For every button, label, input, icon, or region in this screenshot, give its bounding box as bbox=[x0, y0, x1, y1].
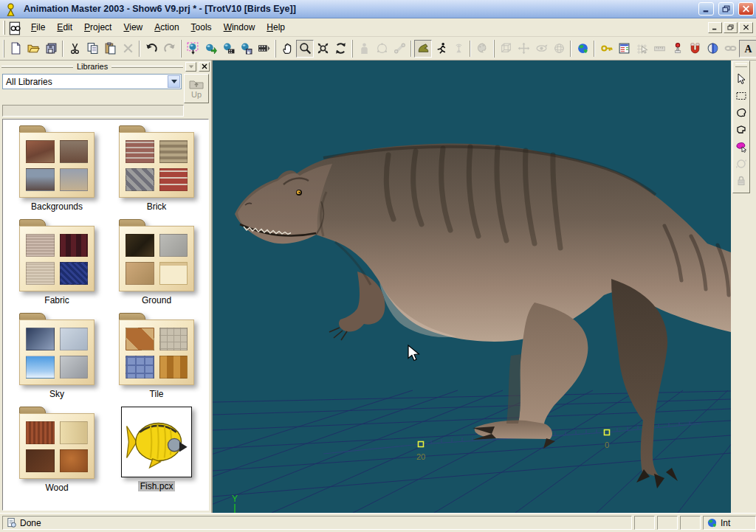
toolbar-grip[interactable] bbox=[351, 40, 353, 58]
menu-view[interactable]: View bbox=[117, 20, 148, 35]
properties-icon[interactable] bbox=[615, 40, 633, 58]
up-folder-button: Up bbox=[184, 74, 209, 103]
viewport[interactable]: 20 0 bbox=[212, 61, 731, 513]
select-arrow-icon[interactable] bbox=[734, 72, 749, 86]
status-message: Done bbox=[20, 518, 41, 528]
rollup-button[interactable] bbox=[185, 62, 196, 72]
library-list: BackgroundsBrickFabricGroundSkyTileWoodF… bbox=[2, 119, 209, 511]
menu-action[interactable]: Action bbox=[148, 20, 185, 35]
library-item-ground[interactable]: Ground bbox=[107, 219, 206, 305]
menu-tools[interactable]: Tools bbox=[185, 20, 218, 35]
group-pick-icon[interactable] bbox=[734, 139, 749, 154]
toolbar-separator bbox=[139, 41, 140, 57]
texture-thumbnail bbox=[60, 356, 89, 379]
lock-icon bbox=[734, 173, 749, 188]
filmstrip-icon[interactable] bbox=[255, 40, 272, 58]
library-item-label: Wood bbox=[43, 483, 70, 493]
render-lock-icon[interactable] bbox=[202, 40, 219, 58]
dynamics-mode-icon bbox=[450, 40, 467, 58]
model-mode-icon bbox=[355, 40, 373, 58]
toolbar-grip[interactable] bbox=[493, 40, 495, 58]
texture-thumbnail bbox=[26, 328, 55, 350]
world-rotate-icon[interactable] bbox=[704, 40, 721, 58]
minimize-button[interactable] bbox=[698, 2, 714, 15]
texture-thumbnail bbox=[60, 328, 89, 350]
folder-icon bbox=[119, 219, 194, 291]
up-folder-icon bbox=[188, 78, 205, 90]
library-item-label: Fish.pcx bbox=[138, 481, 176, 491]
zoom-fit-icon[interactable] bbox=[314, 40, 331, 58]
mdi-close-button[interactable] bbox=[739, 22, 753, 33]
palette-icon bbox=[473, 40, 491, 58]
status-pane bbox=[657, 516, 678, 530]
texture-thumbnail bbox=[26, 234, 55, 257]
marquee-select-icon[interactable] bbox=[734, 89, 749, 103]
mdi-minimize-button[interactable] bbox=[708, 22, 722, 33]
menu-help[interactable]: Help bbox=[261, 20, 291, 35]
toolbar-separator bbox=[594, 41, 595, 57]
texture-thumbnail bbox=[26, 168, 55, 191]
library-item-label: Sky bbox=[47, 389, 66, 399]
texture-thumbnail bbox=[159, 140, 188, 163]
menu-project[interactable]: Project bbox=[78, 20, 117, 35]
render-mode-icon[interactable] bbox=[184, 40, 202, 58]
zoom-icon[interactable] bbox=[296, 40, 314, 58]
paste-icon[interactable] bbox=[101, 40, 119, 58]
cut-icon[interactable] bbox=[66, 40, 83, 58]
toolbar-separator bbox=[470, 41, 471, 57]
save-all-icon[interactable] bbox=[42, 40, 60, 58]
library-item-brick[interactable]: Brick bbox=[107, 125, 206, 212]
menu-window[interactable]: Window bbox=[218, 20, 261, 35]
toolbar-separator bbox=[410, 41, 412, 57]
close-button[interactable] bbox=[738, 2, 754, 15]
restore-button[interactable] bbox=[718, 2, 734, 15]
copy-icon[interactable] bbox=[83, 40, 101, 58]
status-zone-pane: Int bbox=[703, 516, 756, 530]
library-item-wood[interactable]: Wood bbox=[7, 407, 106, 493]
library-item-tile[interactable]: Tile bbox=[107, 313, 206, 399]
open-icon[interactable] bbox=[24, 40, 42, 58]
quick-render-icon[interactable] bbox=[219, 40, 237, 58]
toolbar-grip[interactable] bbox=[735, 63, 747, 67]
library-item-sky[interactable]: Sky bbox=[7, 313, 106, 399]
library-filter-select[interactable]: All Libraries bbox=[2, 74, 182, 89]
font-icon[interactable]: A bbox=[739, 40, 756, 58]
polygon-lasso-icon[interactable] bbox=[734, 122, 749, 137]
toolbar-grip[interactable] bbox=[3, 40, 4, 58]
menu-edit[interactable]: Edit bbox=[51, 20, 78, 35]
bone-mode-icon bbox=[391, 40, 408, 58]
lasso-select-icon[interactable] bbox=[734, 106, 749, 120]
folder-icon bbox=[119, 313, 194, 385]
earth-icon[interactable] bbox=[574, 40, 591, 58]
menu-items: FileEditProjectViewActionToolsWindowHelp bbox=[25, 20, 291, 35]
muscle-mode-icon[interactable] bbox=[414, 40, 432, 58]
texture-thumbnail bbox=[60, 168, 89, 191]
libraries-title: Libraries bbox=[75, 62, 109, 71]
panel-close-button[interactable] bbox=[199, 62, 210, 72]
menu-file[interactable]: File bbox=[25, 20, 51, 35]
chevron-down-icon[interactable] bbox=[168, 75, 180, 88]
mdi-restore-button[interactable] bbox=[724, 22, 738, 33]
texture-thumbnail bbox=[60, 140, 89, 163]
grid-cursor-icon bbox=[633, 40, 650, 58]
texture-thumbnail bbox=[26, 449, 55, 472]
new-icon[interactable] bbox=[7, 40, 24, 58]
libraries-controls: All Libraries Up bbox=[0, 72, 211, 103]
undo-icon[interactable] bbox=[142, 40, 160, 58]
rotate-3d-icon bbox=[532, 40, 550, 58]
toolbar-separator bbox=[570, 41, 571, 57]
library-item-backgrounds[interactable]: Backgrounds bbox=[7, 125, 106, 212]
ruler-icon bbox=[650, 40, 668, 58]
key-icon[interactable] bbox=[597, 40, 615, 58]
toolbar-grip[interactable] bbox=[275, 40, 276, 58]
document-status-icon bbox=[6, 517, 17, 528]
skeletal-mode-icon[interactable] bbox=[432, 40, 450, 58]
toolbar-grip[interactable] bbox=[180, 40, 182, 58]
pushpin-icon[interactable] bbox=[668, 40, 686, 58]
turn-view-icon[interactable] bbox=[331, 40, 349, 58]
magnet-icon[interactable] bbox=[686, 40, 704, 58]
library-item-fish-pcx[interactable]: Fish.pcx bbox=[107, 407, 206, 493]
render-to-file-icon[interactable] bbox=[237, 40, 255, 58]
library-item-fabric[interactable]: Fabric bbox=[7, 219, 106, 305]
pan-hand-icon[interactable] bbox=[278, 40, 296, 58]
